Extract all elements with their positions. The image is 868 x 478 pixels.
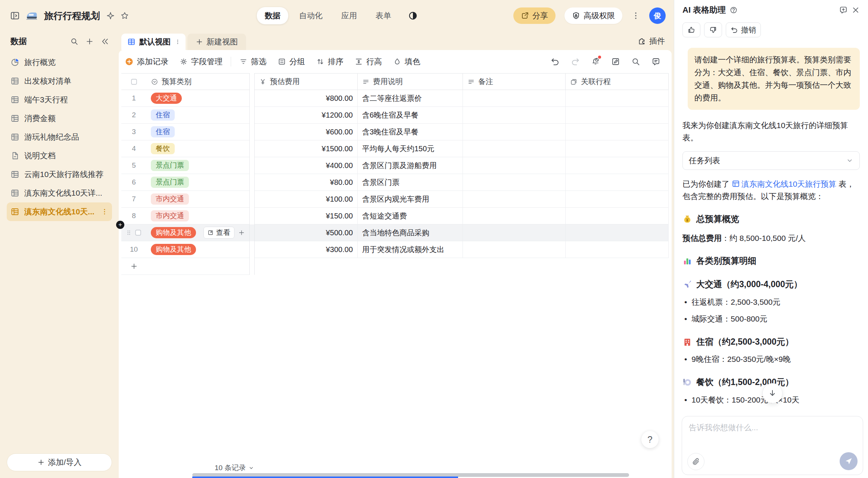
- created-table-link[interactable]: 滇东南文化线10天旅行预算: [729, 180, 836, 188]
- cell-category[interactable]: 购物及其他查看: [146, 224, 249, 241]
- thumbs-up-button[interactable]: [682, 22, 700, 37]
- cell-note[interactable]: [463, 90, 566, 107]
- cell-category[interactable]: 住宿: [146, 124, 249, 140]
- cell-linked[interactable]: [566, 174, 669, 191]
- quick-add-icon[interactable]: [238, 229, 245, 236]
- cell-note[interactable]: [463, 208, 566, 224]
- cell-note[interactable]: [463, 124, 566, 140]
- checkbox-icon[interactable]: [134, 229, 142, 237]
- undo-icon[interactable]: [551, 57, 560, 66]
- row-number-cell[interactable]: 8: [121, 208, 146, 224]
- column-header-description[interactable]: 费用说明: [358, 73, 463, 90]
- collapse-sidebar-icon[interactable]: [101, 37, 109, 46]
- attachment-button[interactable]: [687, 453, 704, 470]
- cell-description[interactable]: 含景区内观光车费用: [358, 191, 463, 208]
- scroll-to-bottom-button[interactable]: [762, 383, 783, 403]
- cell-note[interactable]: [463, 107, 566, 124]
- row-number-cell[interactable]: 5: [121, 157, 146, 174]
- cell-category[interactable]: 购物及其他: [146, 241, 249, 258]
- add-row[interactable]: [121, 258, 672, 275]
- sidebar-collapse-icon[interactable]: [10, 10, 20, 21]
- cell-amount[interactable]: ¥500.00: [255, 224, 358, 241]
- cell-description[interactable]: 含3晚住宿及早餐: [358, 124, 463, 140]
- row-number-cell[interactable]: 4: [121, 140, 146, 157]
- notification-bell-icon[interactable]: [591, 56, 600, 67]
- help-button[interactable]: ?: [641, 431, 659, 448]
- expand-record-button[interactable]: 查看: [203, 227, 234, 239]
- cell-note[interactable]: [463, 224, 566, 241]
- share-button[interactable]: 分享: [513, 7, 556, 24]
- sidebar-item-2[interactable]: 出发核对清单: [7, 72, 112, 90]
- advanced-permission-button[interactable]: 高级权限: [564, 7, 622, 24]
- sidebar-item-6[interactable]: 说明文档: [7, 146, 112, 165]
- cell-category[interactable]: 餐饮: [146, 140, 249, 157]
- row-number-cell[interactable]: 6: [121, 174, 146, 191]
- cell-note[interactable]: [463, 191, 566, 208]
- table-search-icon[interactable]: [631, 57, 640, 66]
- cell-amount[interactable]: ¥1500.00: [255, 140, 358, 157]
- cell-linked[interactable]: [566, 140, 669, 157]
- plugin-button[interactable]: 插件: [638, 36, 665, 46]
- search-icon[interactable]: [70, 37, 78, 46]
- drag-handle-icon[interactable]: [125, 229, 132, 236]
- tab-app[interactable]: 应用: [333, 7, 365, 24]
- add-row-cell[interactable]: [146, 258, 249, 275]
- column-header-category[interactable]: 预算类别: [146, 73, 249, 90]
- add-import-button[interactable]: 添加/导入: [7, 453, 112, 471]
- cell-amount[interactable]: ¥150.00: [255, 208, 358, 224]
- view-tab-default[interactable]: 默认视图: [121, 34, 186, 50]
- add-record-button[interactable]: 添加记录: [125, 56, 168, 67]
- row-number-cell[interactable]: 10: [121, 241, 146, 258]
- cell-linked[interactable]: [566, 241, 669, 258]
- insert-row-button[interactable]: +: [116, 221, 124, 229]
- fill-color-button[interactable]: 填色: [393, 56, 420, 67]
- cell-amount[interactable]: ¥1200.00: [255, 107, 358, 124]
- comment-icon[interactable]: [651, 57, 660, 66]
- cell-description[interactable]: 含6晚住宿及早餐: [358, 107, 463, 124]
- group-button[interactable]: 分组: [278, 56, 305, 67]
- more-menu-icon[interactable]: [101, 208, 108, 215]
- row-number-cell[interactable]: [121, 224, 146, 241]
- star-favorite-icon[interactable]: [120, 11, 129, 20]
- cell-linked[interactable]: [566, 224, 669, 241]
- cell-note[interactable]: [463, 140, 566, 157]
- cell-category[interactable]: 市内交通: [146, 191, 249, 208]
- column-header-note[interactable]: 备注: [463, 73, 566, 90]
- record-count[interactable]: 10 条记录: [215, 463, 254, 473]
- row-number-cell[interactable]: 3: [121, 124, 146, 140]
- redo-icon[interactable]: [571, 57, 580, 66]
- new-view-tab[interactable]: 新建视图: [187, 34, 246, 50]
- send-button[interactable]: [840, 452, 858, 470]
- cell-category[interactable]: 景点门票: [146, 174, 249, 191]
- cell-amount[interactable]: ¥100.00: [255, 191, 358, 208]
- column-header-amount[interactable]: 预估费用: [255, 73, 358, 90]
- row-number-cell[interactable]: 1: [121, 90, 146, 107]
- sidebar-item-7[interactable]: 云南10天旅行路线推荐: [7, 165, 112, 184]
- filter-button[interactable]: 筛选: [239, 56, 267, 67]
- sidebar-item-5[interactable]: 游玩礼物纪念品: [7, 128, 112, 146]
- row-number-cell[interactable]: 7: [121, 191, 146, 208]
- more-menu-icon[interactable]: [631, 11, 640, 20]
- sort-button[interactable]: 排序: [316, 56, 343, 67]
- cell-linked[interactable]: [566, 124, 669, 140]
- cell-note[interactable]: [463, 241, 566, 258]
- sidebar-item-1[interactable]: 旅行概览: [7, 53, 112, 72]
- view-options-kebab-icon[interactable]: [174, 38, 181, 45]
- row-height-button[interactable]: 行高: [355, 56, 382, 67]
- cell-category[interactable]: 大交通: [146, 90, 249, 107]
- cell-description[interactable]: 含短途交通费: [358, 208, 463, 224]
- ai-input-box[interactable]: 告诉我你想做什么...: [682, 416, 863, 475]
- row-number-cell[interactable]: 2: [121, 107, 146, 124]
- cell-linked[interactable]: [566, 191, 669, 208]
- user-avatar[interactable]: 俊: [649, 7, 666, 24]
- cell-linked[interactable]: [566, 157, 669, 174]
- cell-category[interactable]: 市内交通: [146, 208, 249, 224]
- tab-form[interactable]: 表单: [368, 7, 399, 24]
- cell-description[interactable]: 含当地特色商品采购: [358, 224, 463, 241]
- cell-linked[interactable]: [566, 208, 669, 224]
- cell-linked[interactable]: [566, 107, 669, 124]
- header-select-all[interactable]: [121, 73, 146, 90]
- field-manage-button[interactable]: 字段管理: [180, 56, 223, 67]
- cell-note[interactable]: [463, 157, 566, 174]
- cell-amount[interactable]: ¥400.00: [255, 157, 358, 174]
